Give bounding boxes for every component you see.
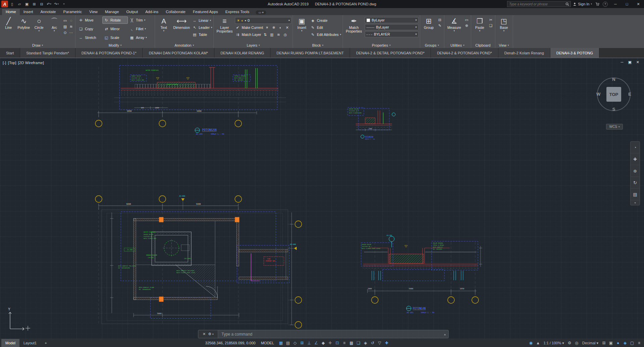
- command-customize-icon[interactable]: ⚙: [208, 332, 211, 336]
- infer-constraints-toggle[interactable]: ◇: [292, 340, 299, 346]
- tab-collaborate[interactable]: Collaborate: [162, 9, 189, 15]
- command-line[interactable]: ✕ ⚙ ▾ ▴: [198, 330, 449, 338]
- line-button[interactable]: ╱Line: [1, 16, 16, 43]
- paste-button[interactable]: ❐Paste▾: [473, 16, 487, 43]
- selection-filtering-toggle[interactable]: ▽: [376, 340, 383, 346]
- zoom-icon[interactable]: ⊕: [631, 165, 640, 177]
- isolate-objects-button[interactable]: ●: [614, 340, 622, 346]
- edit-block-button[interactable]: ✎Edit: [310, 24, 341, 31]
- tab-featured-apps[interactable]: Featured Apps: [189, 9, 222, 15]
- plot-icon[interactable]: ⊟: [38, 1, 45, 7]
- layout1-tab[interactable]: Layout1: [19, 339, 41, 347]
- tab-view[interactable]: View: [86, 9, 101, 15]
- arc-button[interactable]: ⌒Arc▾: [47, 16, 62, 43]
- circle-button[interactable]: ○Circle▾: [32, 16, 46, 43]
- open-icon[interactable]: ▱: [16, 1, 23, 7]
- vp-minimize-icon[interactable]: ─: [621, 60, 624, 64]
- ribbon-display-options[interactable]: ▭ ▾: [256, 10, 266, 14]
- panel-label-block[interactable]: Block▾: [294, 43, 341, 48]
- ellipse-tool-icon[interactable]: ◌: [68, 18, 74, 23]
- maximize-button[interactable]: □: [621, 0, 633, 8]
- object-color-dropdown[interactable]: ByLayer▾: [365, 17, 418, 23]
- quick-select-icon[interactable]: ▭: [464, 17, 469, 22]
- dynamic-ucs-toggle[interactable]: ↺: [369, 340, 376, 346]
- drawing-area[interactable]: Y WATER FOUNTAINRABAT KOLAMPLESTER AD +B…: [0, 58, 644, 339]
- command-collapse-icon[interactable]: ▴: [441, 333, 448, 336]
- file-tab[interactable]: DENAH-2 & POTONGAN POND*: [431, 48, 498, 58]
- tab-express-tools[interactable]: Express Tools: [222, 9, 253, 15]
- units-button[interactable]: Decimal▾: [580, 340, 600, 346]
- viewcube-west[interactable]: W: [596, 92, 600, 97]
- new-layout-button[interactable]: +: [41, 339, 51, 347]
- move-button[interactable]: ✛Move: [77, 16, 102, 24]
- tab-insert[interactable]: Insert: [20, 9, 37, 15]
- insert-block-button[interactable]: ▣Insert▾: [294, 16, 309, 43]
- viewcube-south[interactable]: S: [594, 107, 634, 112]
- panel-label-view[interactable]: View▾: [497, 43, 511, 48]
- sign-in-button[interactable]: Sign In ▾: [573, 2, 592, 6]
- showmotion-icon[interactable]: ▤: [631, 189, 640, 200]
- save-icon[interactable]: ▣: [23, 1, 30, 7]
- command-customize-caret[interactable]: ▾: [212, 333, 214, 336]
- match-properties-button[interactable]: ✒Match Properties: [344, 16, 364, 43]
- ortho-mode-toggle[interactable]: ⊥: [306, 340, 313, 346]
- autocad-logo-icon[interactable]: A: [1, 1, 8, 7]
- close-button[interactable]: ✕: [633, 0, 644, 8]
- edit-attributes-button[interactable]: ✎Edit Attributes▾: [310, 31, 341, 38]
- create-block-button[interactable]: ◈Create: [310, 17, 341, 24]
- redo-button[interactable]: ↷▾: [53, 1, 60, 7]
- visual-style-control[interactable]: [2D Wireframe]: [18, 61, 44, 65]
- group-button[interactable]: ⊞Group: [422, 16, 436, 43]
- file-tab[interactable]: DENAH & POTONGAN POND-1*: [76, 48, 143, 58]
- tab-output[interactable]: Output: [122, 9, 142, 15]
- tab-annotate[interactable]: Annotate: [37, 9, 59, 15]
- tab-home[interactable]: Home: [2, 9, 20, 15]
- fillet-button[interactable]: ◟Fillet▾: [128, 25, 153, 33]
- polyline-button[interactable]: ∿Polyline: [17, 16, 31, 43]
- panel-label-groups[interactable]: Groups▾: [422, 43, 443, 48]
- layer-select-dropdown[interactable]: ☀ ◐ ▪ 0 ▾: [235, 17, 291, 24]
- command-input[interactable]: [218, 332, 441, 337]
- mirror-button[interactable]: ⇄Mirror: [102, 25, 128, 33]
- navbar-menu-icon[interactable]: ▾: [634, 200, 636, 205]
- save-as-icon[interactable]: ⊞: [31, 1, 38, 7]
- file-tab-active[interactable]: DENAH-3 & POTONG: [550, 48, 599, 58]
- group-edit-icon[interactable]: ✎: [437, 23, 443, 28]
- table-button[interactable]: ▤Table: [192, 31, 212, 38]
- quick-properties-button[interactable]: ⊞: [600, 340, 607, 346]
- full-navigation-wheel-icon[interactable]: ◔: [631, 142, 640, 153]
- lineweight-display-toggle[interactable]: ≡: [341, 340, 348, 346]
- layer-tool-icon[interactable]: ⇅: [262, 32, 268, 37]
- object-snap-tracking-toggle[interactable]: ✛: [327, 340, 334, 346]
- orbit-icon[interactable]: ↻: [631, 177, 640, 189]
- viewcube-top-face[interactable]: TOP: [606, 87, 621, 102]
- match-layer-button[interactable]: ⇉ Match Layer ⇅ ▥ ≋ ◎: [235, 31, 291, 38]
- viewport-menu[interactable]: [-]: [3, 61, 6, 65]
- text-button[interactable]: AText▾: [156, 16, 171, 43]
- lineweight-dropdown[interactable]: ———ByLayer▾: [365, 24, 418, 30]
- file-tab[interactable]: DENAH KOLAM RENANG: [214, 48, 270, 58]
- pan-icon[interactable]: ✚: [631, 153, 640, 165]
- copy-clip-icon[interactable]: ❏: [488, 23, 494, 28]
- copy-button[interactable]: ❏Copy: [77, 25, 102, 33]
- make-current-button[interactable]: ✔ Make Current ☀ ❄ ◐ ✕: [235, 24, 291, 31]
- layer-tool-icon[interactable]: ✕: [285, 25, 290, 30]
- file-tab[interactable]: Standard Tangki Pendam*: [20, 48, 76, 58]
- search-icon[interactable]: [564, 1, 571, 7]
- tab-manage[interactable]: Manage: [101, 9, 123, 15]
- annotation-autoscale-button[interactable]: ▲: [535, 340, 542, 346]
- file-tab-start[interactable]: Start: [0, 48, 20, 58]
- grid-display-toggle[interactable]: ▦: [278, 340, 285, 346]
- search-input[interactable]: [507, 2, 564, 6]
- transparency-display-toggle[interactable]: ▩: [348, 340, 355, 346]
- command-close-icon[interactable]: ✕: [203, 332, 206, 336]
- donut-tool-icon[interactable]: ⊙: [62, 30, 68, 35]
- isometric-drafting-toggle[interactable]: ◆: [320, 340, 327, 346]
- spline-tool-icon[interactable]: ≋: [68, 24, 74, 29]
- tab-parametric[interactable]: Parametric: [60, 9, 86, 15]
- rotate-button[interactable]: ↻Rotate: [102, 16, 128, 24]
- help-search[interactable]: [507, 1, 571, 7]
- help-icon[interactable]: ?: [603, 2, 608, 7]
- customization-button[interactable]: ≡: [636, 340, 643, 346]
- polar-tracking-toggle[interactable]: ∠: [313, 340, 320, 346]
